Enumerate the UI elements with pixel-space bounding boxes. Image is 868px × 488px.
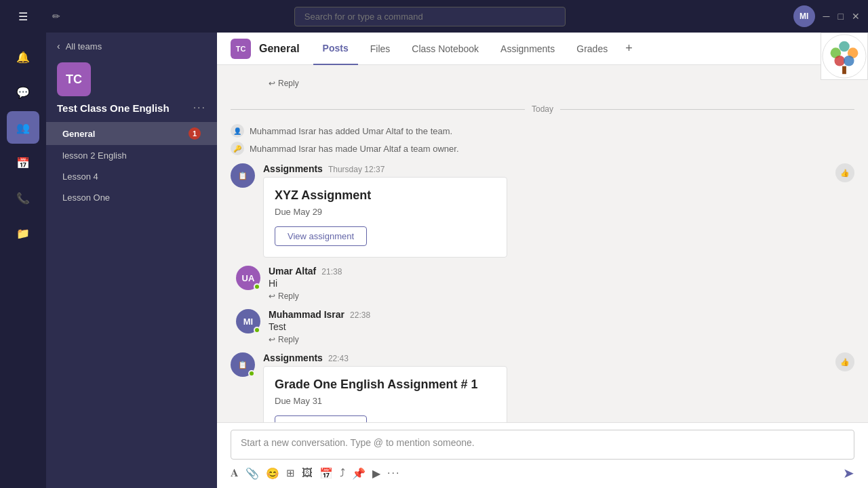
message-hi: UA Umar Altaf 21:38 Hi ↩ Reply — [231, 266, 854, 301]
online-indicator-umar — [254, 283, 260, 290]
channel-item-lesson2[interactable]: lesson 2 English — [46, 145, 217, 166]
assignment2-reaction[interactable]: 👍 — [835, 352, 854, 371]
channel-name: General — [259, 43, 300, 55]
add-tab-button[interactable]: + — [620, 33, 638, 64]
minimize-button[interactable]: ─ — [823, 11, 830, 22]
svg-point-5 — [844, 56, 854, 66]
assignments-bot-avatar-1: 📋 — [231, 163, 255, 188]
online-indicator-mi — [254, 327, 260, 333]
view-assignment1-button[interactable]: View assignment — [275, 226, 367, 246]
tab-posts[interactable]: Posts — [313, 33, 358, 65]
image-icon[interactable]: 🖼 — [302, 467, 313, 479]
assignment2-title: Grade One English Assignment # 1 — [275, 378, 496, 392]
search-input[interactable] — [294, 7, 566, 26]
sidebar-icon-chat[interactable]: 💬 — [7, 76, 39, 108]
channels-list: General 1 lesson 2 English Lesson 4 Less… — [46, 122, 217, 208]
channel-item-lesson-one[interactable]: Lesson One — [46, 187, 217, 208]
attach-icon[interactable]: 📎 — [245, 467, 259, 480]
umar-avatar: UA — [236, 266, 260, 290]
message-test: MI Muhammad Israr 22:38 Test ↩ Reply — [231, 309, 854, 344]
stream-icon[interactable]: ▶ — [372, 467, 380, 480]
message-test-sender: Muhammad Israr — [269, 309, 344, 320]
svg-point-1 — [839, 41, 850, 52]
svg-rect-6 — [842, 66, 846, 75]
sidebar-icon-activity[interactable]: 🔔 — [7, 41, 39, 73]
assignment2-time: 22:43 — [328, 354, 349, 363]
bot-online-indicator — [248, 370, 255, 377]
tab-files[interactable]: Files — [361, 33, 400, 64]
meet-icon[interactable]: 📅 — [319, 467, 333, 480]
tab-grades[interactable]: Grades — [567, 33, 617, 64]
team-name-row: Test Class One English ··· — [46, 102, 217, 122]
channel-item-general[interactable]: General 1 — [46, 122, 217, 145]
team-avatar: TC — [57, 62, 91, 96]
sidebar-icon-files[interactable]: 📁 — [7, 217, 39, 249]
team-sidebar: ‹ All teams TC Test Class One English ··… — [46, 33, 217, 488]
assignment2-sender: Assignments — [263, 352, 323, 363]
reply-button-top[interactable]: ↩ Reply — [231, 76, 854, 96]
assignment1-sender: Assignments — [263, 163, 323, 174]
assignment2-due: Due May 31 — [275, 396, 496, 406]
share-icon[interactable]: ⤴ — [340, 467, 345, 479]
message-test-content: Muhammad Israr 22:38 Test ↩ Reply — [269, 309, 370, 344]
compose-icon[interactable]: ✏ — [46, 0, 66, 33]
maximize-button[interactable]: □ — [838, 11, 844, 22]
system-message-add: 👤 Muhammad Israr has added Umar Altaf to… — [231, 122, 854, 140]
school-logo — [821, 33, 868, 80]
notification-badge: 1 — [189, 127, 201, 140]
reply-hi-button[interactable]: ↩ Reply — [269, 291, 342, 301]
sidebar-icon-calendar[interactable]: 📅 — [7, 146, 39, 179]
assignment2-card: Grade One English Assignment # 1 Due May… — [263, 366, 507, 422]
message-hi-text: Hi — [269, 278, 342, 289]
channel-header: TC General Posts Files Class Notebook As… — [217, 33, 868, 65]
compose-toolbar: 𝐀 📎 😊 ⊞ 🖼 📅 ⤴ 📌 ▶ ··· ➤ — [231, 465, 854, 481]
channel-item-lesson4[interactable]: Lesson 4 — [46, 166, 217, 187]
date-divider: Today — [231, 104, 854, 114]
giphy-icon[interactable]: ⊞ — [286, 467, 295, 479]
message-hi-time: 21:38 — [321, 267, 342, 277]
sidebar-icon-calls[interactable]: 📞 — [7, 182, 39, 214]
format-text-icon[interactable]: 𝐀 — [231, 467, 239, 479]
icon-sidebar: 🔔 💬 👥 📅 📞 📁 — [0, 33, 46, 488]
compose-box[interactable]: Start a new conversation. Type @ to ment… — [231, 430, 854, 460]
sidebar-icon-teams[interactable]: 👥 — [7, 111, 39, 144]
assignment2-content: Assignments 22:43 Grade One English Assi… — [263, 352, 854, 422]
channel-team-avatar: TC — [231, 39, 251, 59]
assignment1-card: XYZ Assignment Due May 29 View assignmen… — [263, 177, 507, 258]
emoji-icon[interactable]: 😊 — [266, 467, 279, 480]
message-test-time: 22:38 — [350, 310, 370, 320]
message-test-text: Test — [269, 321, 370, 332]
praise-icon[interactable]: 📌 — [352, 467, 366, 480]
system-message-owner: 🔑 Muhammad Israr has made Umar Altaf a t… — [231, 140, 854, 163]
send-button[interactable]: ➤ — [843, 465, 854, 481]
reply-test-button[interactable]: ↩ Reply — [269, 335, 370, 344]
message-hi-content: Umar Altaf 21:38 Hi ↩ Reply — [269, 266, 342, 301]
assignments-bot-avatar-2: 📋 — [231, 352, 255, 377]
tab-class-notebook[interactable]: Class Notebook — [402, 33, 488, 64]
assignment1-time: Thursday 12:37 — [328, 165, 384, 174]
assignment1-reaction[interactable]: 👍 — [835, 163, 854, 182]
more-tools-icon[interactable]: ··· — [387, 467, 400, 479]
tab-assignments[interactable]: Assignments — [491, 33, 564, 64]
svg-point-4 — [834, 56, 845, 66]
team-more-button[interactable]: ··· — [193, 102, 206, 114]
compose-area: Start a new conversation. Type @ to ment… — [217, 422, 868, 488]
view-assignment2-button[interactable]: View assignment — [275, 415, 367, 422]
close-button[interactable]: ✕ — [852, 11, 860, 22]
assignment1-message: 📋 Assignments Thursday 12:37 XYZ Assignm… — [231, 163, 854, 258]
messages-area: ↩ Reply Today 👤 Muhammad Israr has added… — [217, 65, 868, 422]
assignment1-content: Assignments Thursday 12:37 XYZ Assignmen… — [263, 163, 854, 258]
assignment1-title: XYZ Assignment — [275, 188, 496, 203]
message-hi-sender: Umar Altaf — [269, 266, 316, 277]
teams-logo-icon[interactable]: ☰ — [18, 10, 28, 23]
team-name: Test Class One English — [57, 102, 170, 114]
assignment2-message: 📋 Assignments 22:43 Grade One English As… — [231, 352, 854, 422]
user-avatar[interactable]: MI — [793, 5, 815, 27]
search-bar — [66, 7, 793, 26]
back-to-teams[interactable]: ‹ All teams — [46, 33, 217, 60]
mi-avatar: MI — [236, 309, 260, 333]
assignment1-due: Due May 29 — [275, 207, 496, 217]
